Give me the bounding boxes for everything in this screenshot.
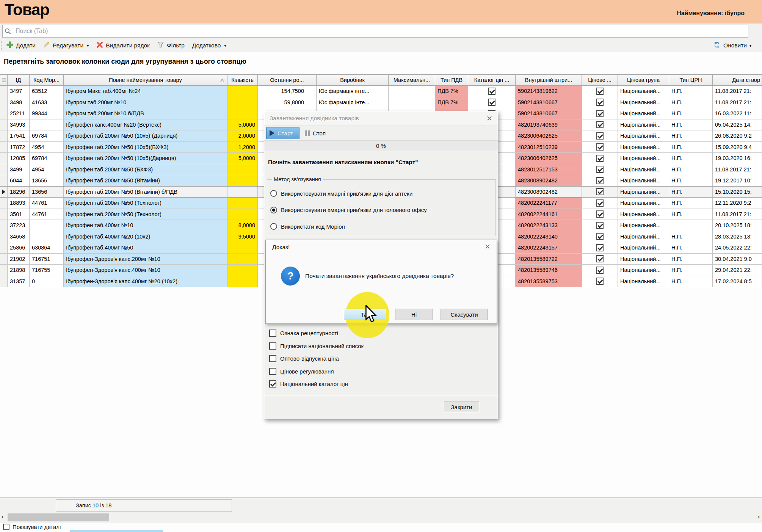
cell-name[interactable]: Ібупрофен-Здоров'я капс.400мг №10	[64, 265, 227, 276]
cell-code[interactable]: 44761	[30, 209, 64, 220]
cell-row-indicator[interactable]	[0, 108, 8, 119]
cell-qty[interactable]: 8,0000	[227, 220, 258, 231]
close-icon[interactable]: ✕	[484, 243, 491, 250]
cell-name[interactable]: Ібупрофен таб.400мг №20 (10х2)	[64, 231, 227, 243]
method-radio-option[interactable]: Використати код Моріон	[270, 223, 345, 230]
cell-name[interactable]: Ібупром таб.200мг №10 б/ПДВ	[64, 108, 227, 119]
cell-bar[interactable]: 4820193740639	[516, 119, 582, 131]
column-header-max[interactable]: Максимальн...	[389, 75, 435, 85]
cell-created[interactable]: 05.04.2025 14:	[713, 119, 762, 131]
column-header-manuf[interactable]: Виробник	[317, 75, 389, 85]
cell-grp[interactable]: Національний...	[618, 142, 669, 153]
cell-name[interactable]: Ібупрофен таб.200мг №50 (10х5) (Дарниця)	[64, 130, 227, 142]
cell-crn[interactable]: Н.П.	[669, 254, 713, 265]
price-checkbox[interactable]	[596, 244, 604, 251]
cell-name[interactable]: Ібупрофен таб.200мг №50 (Технолог)	[64, 198, 227, 209]
cell-code[interactable]: 69784	[30, 153, 64, 164]
cell-created[interactable]: 11.08.2017 21:	[713, 164, 762, 176]
cell-bar[interactable]: 5902143810667	[516, 108, 582, 119]
cell-grp[interactable]: Національний...	[618, 198, 669, 209]
more-button[interactable]: Додатково ▾	[188, 40, 230, 51]
cell-crn[interactable]: Н.П.	[669, 175, 713, 187]
cell-created[interactable]: 20.10.2025 18:	[713, 220, 762, 231]
cell-pf[interactable]	[582, 242, 618, 254]
cell-code[interactable]	[30, 220, 64, 231]
cell-bar[interactable]: 4820022241177	[516, 198, 582, 209]
cell-crn[interactable]: Н.П.	[669, 86, 713, 97]
cell-bar[interactable]: 4823012517153	[516, 164, 582, 176]
cell-qty[interactable]	[227, 276, 258, 287]
cell-name[interactable]: Ібупрофен таб.200мг №50 (10х5)(Дарниця)	[64, 153, 227, 164]
cell-code[interactable]: 716751	[30, 254, 64, 265]
cell-grp[interactable]: Національний...	[618, 119, 669, 131]
cell-bar[interactable]: 4820135589753	[516, 276, 582, 287]
cancel-button[interactable]: Скасувати	[441, 309, 488, 320]
column-header-vat[interactable]: Тип ПДВ	[435, 75, 468, 85]
price-checkbox[interactable]	[596, 233, 604, 240]
column-header-crn[interactable]: Тип ЦРН	[669, 75, 713, 85]
price-checkbox[interactable]	[596, 155, 604, 162]
cell-created[interactable]: 30.04.2021 9:0	[713, 254, 762, 265]
price-checkbox[interactable]	[596, 166, 604, 173]
price-checkbox[interactable]	[596, 121, 604, 128]
cell-bar[interactable]: 4823008902482	[516, 175, 582, 187]
cell-created[interactable]: 16.03.2022 11:	[713, 108, 762, 119]
cell-grp[interactable]: Національний...	[618, 220, 669, 231]
cell-id[interactable]: 3498	[8, 97, 30, 108]
cell-pf[interactable]	[582, 142, 618, 153]
column-header-last[interactable]: Остання ро...	[258, 75, 317, 85]
cell-grp[interactable]: Національний...	[618, 86, 669, 97]
cell-code[interactable]: 630864	[30, 242, 64, 254]
price-checkbox[interactable]	[596, 99, 604, 106]
filter-button[interactable]: Фільтр	[154, 40, 188, 51]
cell-name[interactable]: Ібупрофен-Здоров'я капс.200мг №10	[64, 254, 227, 265]
horizontal-scrollbar[interactable]: ‹ ›	[0, 512, 762, 523]
cell-pf[interactable]	[582, 130, 618, 142]
cell-crn[interactable]: Н.П.	[669, 153, 713, 164]
cell-name[interactable]: Ібупрофен таб.400мг №10	[64, 220, 227, 231]
cell-created[interactable]: 11.08.2017 21:	[713, 86, 762, 97]
cell-id[interactable]: 6044	[8, 175, 30, 187]
cell-created[interactable]: 28.03.2025 13:	[713, 231, 762, 243]
cell-id[interactable]: 34993	[8, 119, 30, 131]
option-checkbox-row[interactable]: Підписати національний список	[269, 342, 364, 350]
price-checkbox[interactable]	[596, 88, 604, 95]
cell-max[interactable]	[389, 86, 435, 97]
cell-row-indicator[interactable]	[0, 276, 8, 287]
cell-code[interactable]: 69784	[30, 130, 64, 142]
cell-name[interactable]: Ібупрофен таб.200мг №50 (Вітаміни)	[64, 175, 227, 187]
column-header-qty[interactable]: Кількість	[227, 75, 258, 85]
cell-code[interactable]: 13656	[30, 187, 64, 198]
cell-qty[interactable]: 5,0000	[227, 153, 258, 164]
group-by-hint[interactable]: Перетягніть заголовок колонки сюди для у…	[4, 58, 246, 66]
cell-created[interactable]: 19.12.2017 10:	[713, 175, 762, 187]
add-button[interactable]: Додати	[3, 40, 39, 51]
cell-crn[interactable]: Н.П.	[669, 198, 713, 209]
column-header-code[interactable]: Код Мор...	[30, 75, 64, 85]
cell-max[interactable]	[389, 97, 435, 108]
cell-vat[interactable]: ПДВ 7%	[435, 97, 468, 108]
method-radio-option[interactable]: Використовувати хмарні прив'язки для ціє…	[270, 190, 412, 197]
scrollbar-thumb[interactable]	[8, 513, 109, 521]
cell-created[interactable]: 24.05.2022 22:	[713, 242, 762, 254]
cell-crn[interactable]: Н.П.	[669, 231, 713, 243]
cell-last[interactable]: 154,7500	[258, 86, 317, 97]
start-button[interactable]: Старт	[266, 127, 299, 139]
cell-row-indicator[interactable]	[0, 231, 8, 243]
price-checkbox[interactable]	[596, 188, 604, 195]
option-checkbox-row[interactable]: Цінове регулювання	[269, 368, 334, 375]
cell-qty[interactable]	[227, 164, 258, 176]
cell-name[interactable]: Ібупрофен капс.400мг №20 (Вертекс)	[64, 119, 227, 131]
cell-code[interactable]: 44761	[30, 198, 64, 209]
cell-id[interactable]: 34658	[8, 231, 30, 243]
cell-bar[interactable]: 4823012510239	[516, 142, 582, 153]
cell-name[interactable]: Ібупром Макс таб.400мг №24	[64, 86, 227, 97]
method-radio-option[interactable]: Використовувати хмарні прив'язки для гол…	[270, 207, 427, 213]
cell-pf[interactable]	[582, 86, 618, 97]
show-details-checkbox[interactable]: Показувати деталі	[3, 524, 61, 530]
cell-id[interactable]: 3497	[8, 86, 30, 97]
catalog-checkbox[interactable]	[488, 88, 495, 95]
cell-created[interactable]: 19.03.2020 16:	[713, 153, 762, 164]
cell-grp[interactable]: Національний...	[618, 153, 669, 164]
cell-pf[interactable]	[582, 220, 618, 231]
